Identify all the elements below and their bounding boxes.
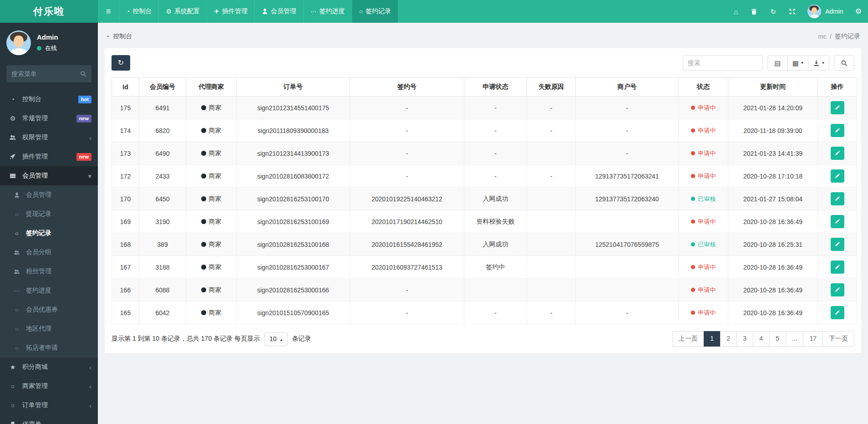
cell-member-no: 6491 [139,97,186,119]
cell-actions [818,279,857,301]
sidebar-item-提现记录[interactable]: ○提现记录 [0,204,98,224]
agent-text: 商家 [209,263,222,271]
edit-button[interactable] [831,238,844,251]
caret-down-icon: ▾ [801,61,803,65]
cell-merchant-no: 129137735172063240 [576,188,679,210]
columns-dropdown-button[interactable]: ▦▾ [787,55,808,71]
cell-sign-no: 20201016155428461952 [350,233,464,256]
sidebar-item-签约进度[interactable]: ⋯签约进度 [0,281,98,300]
page-button-...[interactable]: ... [786,331,804,347]
edit-button[interactable] [831,283,844,296]
cell-merchant-no: 129137735172063241 [576,165,679,188]
page-button-5[interactable]: 5 [769,331,786,347]
cell-agent: 商家 [186,165,237,188]
sidebar-search-input[interactable] [11,70,80,77]
search-submit-button[interactable] [834,55,854,71]
edit-button[interactable] [831,306,844,319]
export-icon [813,60,820,66]
online-dot-icon [37,46,41,51]
nav-item-插件管理[interactable]: ✈插件管理 [207,0,254,23]
cell-merchant-no [576,279,679,301]
cell-status: 已审核 [679,188,728,210]
nav-item-控制台[interactable]: ◔控制台 [119,0,158,23]
agent-label: 商家 [201,218,222,226]
nav-item-label: 插件管理 [222,7,248,15]
sidebar-item-拓店者申请[interactable]: ○拓店者申请 [0,338,98,358]
pencil-icon [834,264,840,270]
status-dot-icon [691,197,695,201]
sidebar-item-商家管理[interactable]: ○商家管理‹ [0,377,98,396]
page-size-select[interactable]: 10 ▴ [264,332,288,346]
caret-up-icon: ▴ [280,337,283,342]
sidebar-item-会员分组[interactable]: 会员分组 [0,243,98,262]
sidebar-item-插件管理[interactable]: 插件管理new [0,147,98,166]
expand-icon-button[interactable] [789,8,796,15]
breadcrumb-parent[interactable]: mc [818,33,827,40]
sidebar-item-权限管理[interactable]: 权限管理‹ [0,128,98,147]
nav-item-系统配置[interactable]: ⚙系统配置 [158,0,207,23]
nav-item-签约记录[interactable]: ○签约记录 [352,0,398,23]
edit-button[interactable] [831,261,844,274]
sync-icon-button[interactable]: ↻ [770,8,776,15]
sidebar-item-订单管理[interactable]: ○订单管理‹ [0,396,98,415]
app-window: 付乐啦 ≡◔控制台⚙系统配置✈插件管理会员管理⋯签约进度○签约记录 ⌂↻ Adm… [0,0,868,424]
settings-button[interactable]: ⚙ [855,8,862,15]
table-search-input[interactable] [683,55,763,71]
cell-updated-at: 2020-11-18 09:39:00 [728,119,818,142]
search-icon [841,60,848,66]
avatar-face [812,7,817,14]
export-dropdown-button[interactable]: ▾ [808,55,829,71]
sidebar-item-签约记录[interactable]: ○签约记录 [0,224,98,243]
trash-icon-button[interactable] [751,8,757,15]
page-button-2[interactable]: 2 [720,331,737,347]
page-button-3[interactable]: 3 [736,331,753,347]
sidebar-item-地区代理[interactable]: ○地区代理 [0,319,98,338]
nav-item-签约进度[interactable]: ⋯签约进度 [303,0,352,23]
chevron-left-icon: ‹ [89,364,91,371]
sidebar-item-控制台[interactable]: ◔控制台hot [0,90,98,109]
page-button-下一页[interactable]: 下一页 [822,331,854,347]
home-icon-button[interactable]: ⌂ [734,8,738,15]
page-button-17[interactable]: 17 [803,331,823,347]
sidebar-item-会员管理[interactable]: 会员管理▾ [0,166,98,185]
cell-status: 申请中 [679,142,728,165]
pencil-icon [834,287,840,293]
sidebar-item-积分商城[interactable]: ★积分商城‹ [0,358,98,377]
sidebar-item-粉丝管理[interactable]: 粉丝管理 [0,262,98,281]
circle-icon: ○ [359,8,363,15]
sidebar-item-会员管理[interactable]: 会员管理 [0,185,98,204]
breadcrumb-right: mc / 签约记录 [818,32,860,41]
navbar-user[interactable]: Admin [807,5,843,18]
agent-label: 商家 [201,149,222,158]
app-logo[interactable]: 付乐啦 [0,0,98,23]
page-button-1[interactable]: 1 [704,331,721,347]
status-badge: 申请中 [691,263,716,271]
sidebar-item-常规管理[interactable]: ⚙常规管理new [0,109,98,128]
edit-button[interactable] [831,147,844,160]
page-button-上一页[interactable]: 上一页 [672,331,704,347]
sidebar-search-icon-slot[interactable] [80,70,86,77]
status-dot-icon [691,106,695,110]
edit-button[interactable] [831,192,844,205]
nav-item-label: 系统配置 [174,7,200,15]
sidebar-item-label: 地区代理 [26,325,51,333]
edit-button[interactable] [831,124,844,137]
edit-button[interactable] [831,215,844,228]
toggle-view-button[interactable]: ▤ [767,55,788,71]
cell-actions [818,165,857,188]
sidebar-item-优惠券[interactable]: 优惠券‹ [0,415,98,424]
agent-label: 商家 [201,240,222,249]
hamburger-icon: ≡ [106,7,111,15]
sidebar-item-会员优惠券[interactable]: ○会员优惠券 [0,300,98,319]
refresh-button[interactable]: ↻ [112,55,130,71]
edit-button[interactable] [831,169,844,183]
page-button-4[interactable]: 4 [753,331,770,347]
cell-fail-reason [527,142,576,165]
agent-dot-icon [201,105,206,110]
agent-label: 商家 [201,309,222,317]
cell-agent: 商家 [186,279,237,301]
nav-item-会员管理[interactable]: 会员管理 [254,0,303,23]
cell-fail-reason: - [527,301,576,324]
sidebar-toggle-button[interactable]: ≡ [98,0,119,23]
edit-button[interactable] [831,101,844,114]
